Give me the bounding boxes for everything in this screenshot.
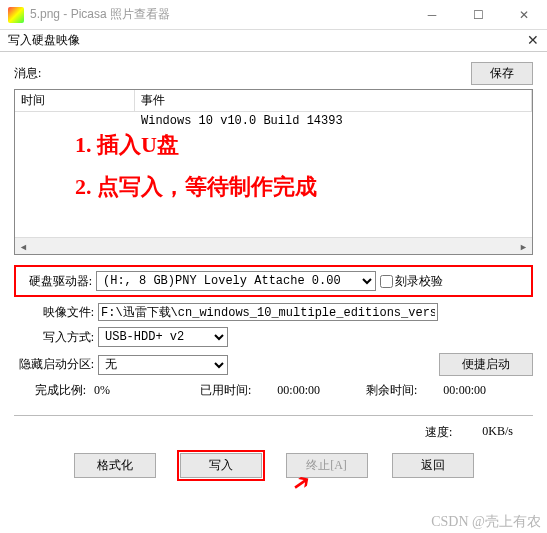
dialog-close-icon[interactable]: ✕: [527, 32, 539, 49]
image-label: 映像文件:: [14, 304, 94, 321]
annotation-1: 1. 插入U盘: [75, 130, 179, 160]
message-label: 消息:: [14, 65, 41, 82]
scroll-track[interactable]: [32, 238, 515, 254]
col-event[interactable]: 事件: [135, 90, 532, 112]
listview-body: Windows 10 v10.0 Build 14393: [15, 112, 532, 130]
outer-titlebar: 5.png - Picasa 照片查看器 ─ ☐ ✕: [0, 0, 547, 30]
burn-verify-checkbox[interactable]: 刻录校验: [380, 273, 443, 290]
burn-verify-input[interactable]: [380, 275, 393, 288]
hide-select[interactable]: 无: [98, 355, 228, 375]
drive-select[interactable]: (H:, 8 GB)PNY Lovely Attache 0.00: [96, 271, 376, 291]
save-button[interactable]: 保存: [471, 62, 533, 85]
button-row: 格式化 写入 终止[A] 返回 ➔: [14, 453, 533, 478]
dialog-header: 写入硬盘映像 ✕: [0, 30, 547, 52]
speed-value: 0KB/s: [482, 424, 513, 441]
hide-label: 隐藏启动分区:: [14, 356, 94, 373]
mode-select[interactable]: USB-HDD+ v2: [98, 327, 228, 347]
image-path-input[interactable]: [98, 303, 438, 321]
event-row: Windows 10 v10.0 Build 14393: [141, 114, 526, 128]
drive-label: 硬盘驱动器:: [20, 273, 92, 290]
back-button[interactable]: 返回: [392, 453, 474, 478]
annotation-2: 2. 点写入，等待制作完成: [75, 172, 317, 202]
scroll-left-icon[interactable]: ◄: [15, 238, 32, 255]
maximize-button[interactable]: ☐: [455, 0, 501, 30]
drive-group-highlight: 硬盘驱动器: (H:, 8 GB)PNY Lovely Attache 0.00…: [14, 265, 533, 297]
divider: [14, 415, 533, 416]
used-label: 已用时间:: [200, 382, 251, 399]
convenient-boot-button[interactable]: 便捷启动: [439, 353, 533, 376]
minimize-button[interactable]: ─: [409, 0, 455, 30]
burn-verify-label: 刻录校验: [395, 273, 443, 290]
watermark: CSDN @壳上有农: [431, 513, 541, 531]
speed-label: 速度:: [425, 424, 452, 441]
done-label: 完成比例:: [14, 382, 86, 399]
mode-label: 写入方式:: [14, 329, 94, 346]
app-icon: [8, 7, 24, 23]
message-listview[interactable]: 时间 事件 Windows 10 v10.0 Build 14393 1. 插入…: [14, 89, 533, 255]
window-title: 5.png - Picasa 照片查看器: [30, 6, 409, 23]
format-button[interactable]: 格式化: [74, 453, 156, 478]
col-time[interactable]: 时间: [15, 90, 135, 112]
listview-header: 时间 事件: [15, 90, 532, 112]
dialog-title: 写入硬盘映像: [8, 32, 527, 49]
scroll-right-icon[interactable]: ►: [515, 238, 532, 255]
used-value: 00:00:00: [277, 383, 320, 398]
remain-value: 00:00:00: [443, 383, 486, 398]
horizontal-scrollbar[interactable]: ◄ ►: [15, 237, 532, 254]
remain-label: 剩余时间:: [366, 382, 417, 399]
close-button[interactable]: ✕: [501, 0, 547, 30]
done-value: 0%: [94, 383, 154, 398]
write-button[interactable]: 写入: [180, 453, 262, 478]
